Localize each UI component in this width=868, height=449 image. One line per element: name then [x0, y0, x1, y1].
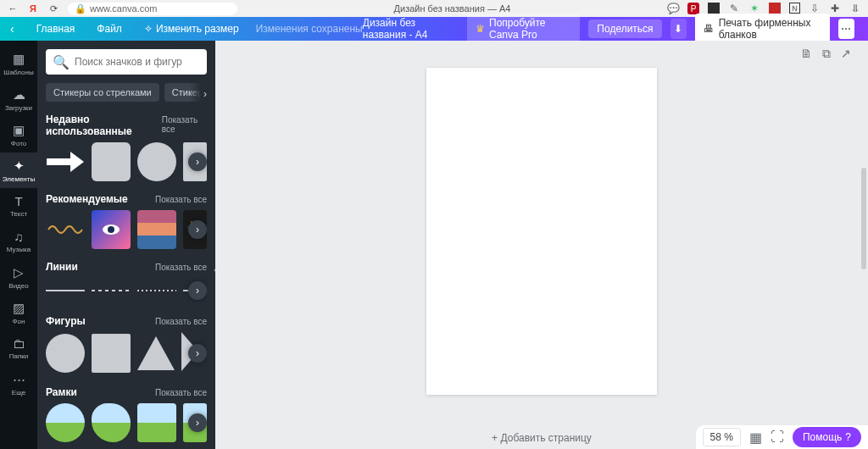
chip-arrows[interactable]: Стикеры со стрелками [46, 83, 159, 102]
rail-music[interactable]: ♫Музыка [0, 224, 37, 259]
url-text: www.canva.com [90, 3, 157, 14]
elements-icon: ✦ [14, 158, 25, 174]
lock-icon: 🔒 [75, 3, 86, 14]
element-line-dashed[interactable] [92, 290, 131, 291]
section-recommended: Рекомендуемые Показать все 🐈 › [46, 193, 207, 249]
browser-tab-title: Дизайн без названия — A4 [246, 3, 659, 14]
file-menu[interactable]: Файл [92, 23, 127, 35]
rail-elements[interactable]: ✦Элементы [0, 152, 37, 188]
rail-video[interactable]: ▷Видео [0, 259, 37, 295]
section-frames-title: Рамки [46, 386, 77, 398]
search-input[interactable] [75, 56, 202, 68]
help-icon: ? [845, 431, 851, 443]
ext-feedback-icon[interactable]: 💬 [667, 3, 679, 14]
print-icon: 🖶 [704, 23, 714, 35]
home-button[interactable]: Главная [31, 23, 81, 35]
chip-row: Стикеры со стрелками Стикеры с фигурами … [46, 83, 207, 102]
rail-background[interactable]: ▨Фон [0, 295, 37, 330]
video-icon: ▷ [14, 265, 24, 280]
ext-pencil-icon[interactable]: ✎ [728, 3, 740, 14]
section-frames: Рамки Показать все › [46, 386, 207, 442]
page-tools: 🗎 ⧉ ↗ [215, 41, 868, 66]
document-title[interactable]: Дизайн без названия - A4 [363, 17, 459, 41]
ext-evernote-dark-icon[interactable] [708, 3, 720, 14]
help-button[interactable]: Помощь? [793, 427, 861, 447]
ext-save-icon[interactable]: ⇩ [809, 3, 821, 14]
ext-download-icon[interactable]: ⥥ [849, 3, 861, 14]
download-button[interactable]: ⬇ [670, 19, 687, 39]
element-eye-blob[interactable] [92, 210, 131, 249]
element-shape-circle[interactable] [46, 334, 85, 373]
left-rail: ▦Шаблоны ☁Загрузки ▣Фото ✦Элементы TТекс… [0, 41, 37, 449]
svg-point-1 [108, 226, 114, 233]
print-button[interactable]: 🖶Печать фирменных бланков [695, 14, 830, 44]
photo-icon: ▣ [13, 123, 25, 138]
rail-text[interactable]: TТекст [0, 188, 37, 224]
rail-photo[interactable]: ▣Фото [0, 117, 37, 152]
section-shapes-showall[interactable]: Показать все [155, 317, 207, 326]
ext-abbyy-icon[interactable] [769, 3, 781, 14]
element-circle[interactable] [137, 142, 176, 181]
more-options-button[interactable]: ⋯ [838, 19, 854, 39]
search-box[interactable]: 🔍 [46, 49, 207, 75]
element-shape-square[interactable] [92, 334, 131, 373]
open-icon[interactable]: ↗ [841, 47, 851, 60]
element-arrow[interactable] [46, 142, 85, 181]
chip-scroll-right[interactable]: › [190, 83, 207, 102]
grid-view-icon[interactable]: ▦ [749, 430, 762, 446]
element-squiggle[interactable] [46, 210, 85, 249]
section-shapes-title: Фигуры [46, 315, 86, 327]
section-shapes: Фигуры Показать все › [46, 315, 207, 374]
browser-back-icon[interactable]: ← [7, 3, 19, 14]
page-1[interactable] [426, 68, 657, 395]
ext-pinterest-icon[interactable]: P [687, 3, 699, 14]
panel-collapse-handle[interactable]: ‹ [209, 253, 215, 287]
save-status: Изменения сохранены [256, 23, 363, 35]
fullscreen-icon[interactable]: ⛶ [771, 430, 784, 445]
notes-icon[interactable]: 🗎 [800, 47, 812, 60]
section-lines-showall[interactable]: Показать все [155, 263, 207, 272]
row-scroll-lines[interactable]: › [188, 281, 207, 300]
canvas-viewport[interactable] [215, 66, 868, 427]
ext-sync-icon[interactable]: ✚ [829, 3, 841, 14]
share-button[interactable]: Поделиться [588, 19, 661, 38]
element-line-dotted[interactable] [137, 290, 176, 291]
rail-templates[interactable]: ▦Шаблоны [0, 46, 37, 81]
section-frames-showall[interactable]: Показать все [155, 388, 207, 397]
browser-reload-icon[interactable]: ⟳ [47, 3, 59, 14]
url-bar[interactable]: 🔒 www.canva.com [68, 3, 237, 15]
row-scroll-recommended[interactable]: › [188, 220, 207, 239]
yandex-icon[interactable]: Я [27, 3, 39, 14]
vertical-scrollbar[interactable] [861, 168, 866, 269]
search-icon: 🔍 [53, 54, 70, 70]
rail-more[interactable]: ⋯Еще [0, 366, 37, 402]
back-button[interactable]: ‹ [5, 22, 19, 36]
row-scroll-recent[interactable]: › [188, 152, 207, 171]
element-shape-triangle[interactable] [137, 336, 175, 370]
section-recent: Недавно использованные Показать все › [46, 114, 207, 181]
section-lines: Линии Показать все › [46, 261, 207, 303]
element-line-solid[interactable] [46, 290, 85, 291]
section-recent-showall[interactable]: Показать все [162, 115, 207, 134]
ext-evernote-icon[interactable]: ✶ [748, 3, 760, 14]
row-scroll-frames[interactable]: › [188, 413, 207, 432]
text-icon: T [14, 194, 22, 208]
ext-notion-icon[interactable]: N [789, 3, 800, 14]
section-recommended-showall[interactable]: Показать все [155, 195, 207, 204]
music-icon: ♫ [14, 230, 23, 244]
rail-folders[interactable]: 🗀Папки [0, 330, 37, 366]
row-scroll-shapes[interactable]: › [188, 344, 207, 363]
element-square[interactable] [92, 142, 131, 181]
section-lines-title: Линии [46, 261, 78, 273]
try-pro-button[interactable]: ♛Попробуйте Canva Pro [467, 14, 580, 44]
resize-button[interactable]: ✧Изменить размер [139, 23, 244, 35]
zoom-level[interactable]: 58 % [703, 428, 741, 446]
elements-panel: 🔍 Стикеры со стрелками Стикеры с фигурам… [37, 41, 215, 449]
duplicate-page-icon[interactable]: ⧉ [822, 47, 831, 61]
element-frame-blob[interactable] [92, 403, 131, 442]
element-faces[interactable] [137, 210, 176, 249]
element-frame-square[interactable] [137, 403, 176, 442]
element-frame-circle[interactable] [46, 403, 85, 442]
rail-uploads[interactable]: ☁Загрузки [0, 81, 37, 117]
dots-icon: ⋯ [841, 23, 851, 35]
